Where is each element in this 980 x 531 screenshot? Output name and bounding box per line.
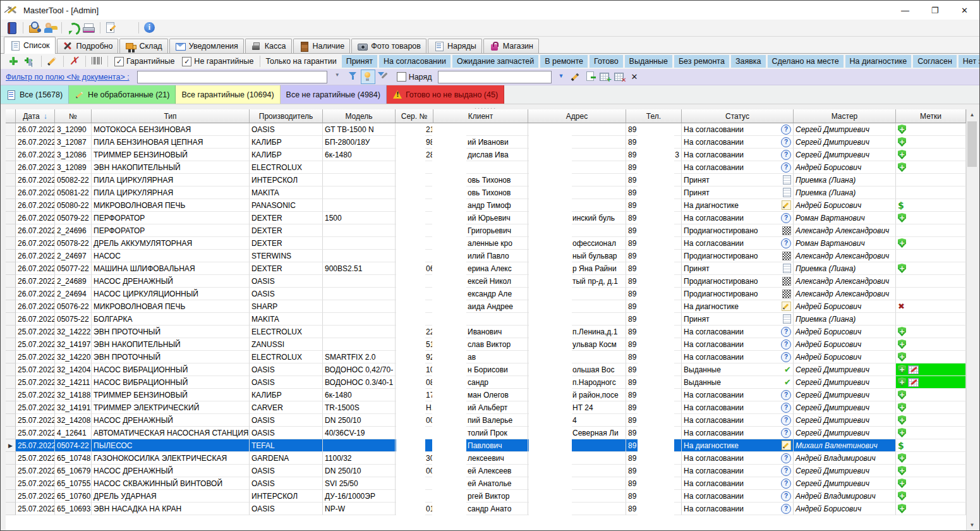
addfind-icon[interactable] bbox=[23, 54, 37, 68]
tab-Список[interactable]: Список bbox=[4, 37, 56, 54]
table-row[interactable]: 26.07.20223_12089ЭВН НАКОПИТЕЛЬНЫЙELECTR… bbox=[6, 161, 977, 174]
tab-Уведомления[interactable]: Уведомления bbox=[169, 39, 244, 53]
barcode-icon[interactable] bbox=[90, 54, 104, 68]
status-filter-Выданные[interactable]: Выданные bbox=[625, 55, 672, 68]
mark-shield-plus-icon[interactable] bbox=[898, 377, 906, 387]
column-header-Сер. №[interactable]: Сер. № bbox=[396, 109, 433, 123]
edit-icon[interactable] bbox=[45, 54, 59, 68]
naryad-checkbox[interactable]: Наряд bbox=[397, 72, 432, 82]
table-row[interactable]: 26.07.20222_24696ПЕРФОРАТОРDEXTERГригорь… bbox=[6, 224, 977, 237]
table-row[interactable]: 25.07.202232_14220ЭВН ПРОТОЧНЫЙELECTROLU… bbox=[6, 351, 977, 363]
table-row[interactable]: 26.07.20222_24689НАСОС ДРЕНАЖНЫЙOASISекс… bbox=[6, 275, 977, 288]
filter-lamp-icon[interactable] bbox=[361, 70, 375, 84]
summary-Все (15678)[interactable]: Все (15678) bbox=[1, 85, 69, 104]
mark-shield-plus-icon[interactable] bbox=[898, 453, 906, 463]
mark-shield-plus-icon[interactable] bbox=[898, 403, 906, 412]
tab-Фото товаров[interactable]: Фото товаров bbox=[351, 39, 426, 53]
del-icon[interactable] bbox=[68, 54, 82, 68]
status-filter-На диагностике[interactable]: На диагностике bbox=[845, 55, 912, 68]
add-icon[interactable] bbox=[7, 54, 21, 68]
Гарантийные-checkbox[interactable]: ✓Гарантийные bbox=[114, 57, 174, 66]
column-header-Производитель[interactable]: Производитель bbox=[250, 109, 323, 123]
table-row[interactable]: 26.07.202205076-22МИКРОВОЛНОВАЯ ПЕЧЬSHAR… bbox=[6, 300, 977, 313]
Не гарантийные-checkbox[interactable]: ✓Не гарантийные bbox=[182, 57, 253, 66]
filter-down-icon[interactable] bbox=[332, 70, 345, 83]
table-row[interactable]: 25.07.202232_14197ЭВН НАКОПИТЕЛЬНЫЙZANUS… bbox=[6, 338, 977, 351]
column-header-Адрес[interactable]: Адрес bbox=[528, 109, 626, 123]
mark-shield-plus-icon[interactable] bbox=[898, 125, 906, 134]
table-row[interactable]: 26.07.20222_24697НАСОСSTERWINSилий Павло… bbox=[6, 250, 977, 262]
print-icon[interactable] bbox=[82, 21, 96, 35]
column-header-№[interactable]: № bbox=[55, 109, 92, 123]
table-row[interactable]: 26.07.202205079-22ПЕРФОРАТОРDEXTER1500ий… bbox=[6, 212, 977, 224]
mark-shield-plus-icon[interactable] bbox=[898, 466, 906, 475]
filter-funnel-icon[interactable] bbox=[346, 70, 360, 83]
table-row[interactable]: 25.07.202265_10760ДРЕЛЬ УДАРНАЯИНТЕРСКОЛ… bbox=[6, 490, 977, 503]
table-row[interactable]: 25.07.202232_14204НАСОС ВИБРАЦИОННЫЙOASI… bbox=[6, 363, 977, 376]
mark-dollar-icon[interactable] bbox=[898, 441, 904, 451]
mark-dollar-icon[interactable] bbox=[898, 200, 904, 211]
mark-table-edit-icon[interactable] bbox=[908, 365, 919, 374]
mark-shield-plus-icon[interactable] bbox=[898, 264, 906, 273]
status-filter-На согласовании[interactable]: На согласовании bbox=[379, 55, 451, 68]
parameters-icon[interactable] bbox=[121, 21, 135, 35]
warranty-only-label[interactable]: Только на гарантии bbox=[265, 57, 336, 66]
mark-shield-plus-icon[interactable] bbox=[898, 137, 906, 147]
column-header-Метки[interactable]: Метки bbox=[896, 109, 966, 123]
table-row[interactable]: 25.07.202265_10748ГАЗОНОКОСИЛКА ЭЛЕКТРИЧ… bbox=[6, 452, 977, 465]
vertical-scrollbar[interactable]: ▲ ▼ bbox=[966, 109, 977, 530]
column-header-Модель[interactable]: Модель bbox=[323, 109, 396, 123]
table-row[interactable]: 25.07.202232_14208НАСОС ДРЕНАЖНЫЙOASISDN… bbox=[6, 414, 977, 427]
exit-icon[interactable] bbox=[5, 21, 19, 35]
column-header-Статус[interactable]: Статус bbox=[682, 109, 794, 123]
mark-table-edit-icon[interactable] bbox=[908, 378, 919, 387]
column-header-Клиент[interactable]: Клиент bbox=[433, 109, 528, 123]
table-row[interactable]: 26.07.202205077-22МАШИНА ШЛИФОВАЛЬНАЯDEX… bbox=[6, 262, 977, 275]
filter-tx-icon[interactable] bbox=[613, 70, 626, 83]
summary-Готово но не выдано (45)[interactable]: Готово но не выдано (45) bbox=[387, 85, 504, 104]
table-row[interactable]: 25.07.202265_10755НАСОС СКВАЖИННЫЙ ВИНТО… bbox=[6, 477, 977, 490]
table-row[interactable]: 25.07.202265_10679НАСОС ДРЕНАЖНЫЙOASISDN… bbox=[6, 465, 977, 477]
table-row[interactable]: 25.07.202232_14222ЭВН ПРОТОЧНЫЙELECTROLU… bbox=[6, 326, 977, 338]
scroll-up-icon[interactable]: ▲ bbox=[967, 109, 977, 120]
status-filter-Принят[interactable]: Принят bbox=[342, 55, 377, 68]
table-row[interactable]: 26.07.20223_12090МОТОКОСА БЕНЗИНОВАЯOASI… bbox=[6, 123, 977, 136]
document-edit-icon[interactable] bbox=[104, 21, 118, 35]
table-row[interactable]: 26.07.202205075-22БОЛГАРКАMAKITA89Принят… bbox=[6, 313, 977, 326]
status-filter-Ожидание запчастей[interactable]: Ожидание запчастей bbox=[452, 55, 538, 68]
status-filter-В ремонте[interactable]: В ремонте bbox=[540, 55, 588, 68]
maximize-button[interactable]: ❐ bbox=[920, 1, 950, 20]
mark-shield-plus-icon[interactable] bbox=[898, 213, 906, 223]
table-row[interactable]: 26.07.202205081-22ПИЛА ЦИРКУЛЯРНАЯMAKITA… bbox=[6, 186, 977, 199]
status-filter-Нет запчастей[interactable]: Нет запчастей bbox=[959, 55, 979, 68]
mark-shield-plus-icon[interactable] bbox=[898, 415, 906, 425]
mark-shield-plus-icon[interactable] bbox=[898, 327, 906, 336]
table-row[interactable]: 26.07.20223_12086ТРИММЕР БЕНЗИНОВЫЙКАЛИБ… bbox=[6, 149, 977, 161]
table-row[interactable]: 26.07.20223_12087ПИЛА БЕНЗИНОВАЯ ЦЕПНАЯК… bbox=[6, 136, 977, 149]
naryad-checkbox-box[interactable] bbox=[397, 72, 406, 82]
filter-docplus-icon[interactable] bbox=[584, 70, 597, 83]
tab-Магазин[interactable]: Магазин bbox=[483, 39, 539, 53]
mark-shield-plus-icon[interactable] bbox=[898, 504, 906, 513]
summary-Все не гаратийные (4984)[interactable]: Все не гаратийные (4984) bbox=[281, 85, 387, 104]
column-header-Тел.[interactable]: Тел. bbox=[626, 109, 682, 123]
table-row[interactable]: 25.07.202232_14188ТРИММЕР БЕНЗИНОВЫЙКАЛИ… bbox=[6, 389, 977, 401]
filter-x-icon[interactable] bbox=[627, 70, 641, 83]
table-row[interactable]: 25.07.20224_12641АВТОМАТИЧЕСКАЯ НАСОСНАЯ… bbox=[6, 427, 977, 439]
user-permissions-icon[interactable] bbox=[44, 21, 57, 35]
mark-shield-plus-icon[interactable] bbox=[898, 162, 906, 172]
table-row[interactable]: 26.07.202205082-22ПИЛА ЦИРКУЛЯРНАЯИНТЕРС… bbox=[6, 174, 977, 186]
table-row[interactable]: 25.07.202232_14211НАСОС ВИБРАЦИОННЫЙOASI… bbox=[6, 376, 977, 389]
minimize-button[interactable]: — bbox=[890, 1, 920, 20]
filter-funnelw-icon[interactable] bbox=[377, 70, 390, 83]
mark-shield-plus-icon[interactable] bbox=[898, 150, 906, 159]
tab-Наряды[interactable]: Наряды bbox=[428, 39, 482, 53]
table-row[interactable]: 26.07.20222_24694НАСОС ЦИРКУЛЯЦИОННЫЙOAS… bbox=[6, 288, 977, 300]
checkbox-box[interactable]: ✓ bbox=[114, 57, 124, 66]
checkbox-box[interactable]: ✓ bbox=[182, 57, 191, 66]
mark-shield-plus-icon[interactable] bbox=[898, 390, 906, 400]
table-row[interactable]: 26.07.202205080-22МИКРОВОЛНОВАЯ ПЕЧЬPANA… bbox=[6, 199, 977, 212]
search-icon[interactable] bbox=[27, 21, 41, 35]
table-row[interactable]: 25.07.202265_10693ЭВН НАСАДКА НА КРАНOAS… bbox=[6, 503, 977, 515]
mark-shield-plus-icon[interactable] bbox=[898, 238, 906, 248]
